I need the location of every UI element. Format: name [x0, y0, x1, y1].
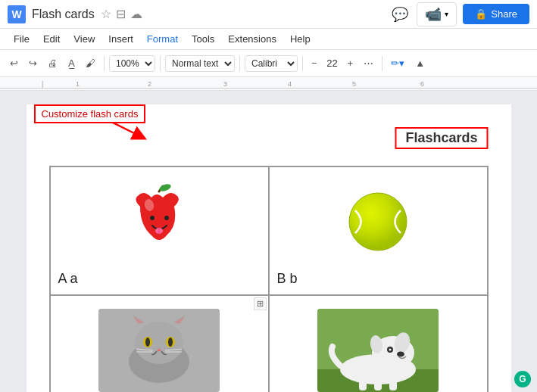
folder-icon[interactable]: ⊟	[116, 7, 126, 21]
star-icon[interactable]: ☆	[101, 7, 111, 21]
card-a-image	[58, 175, 261, 268]
svg-rect-36	[374, 378, 382, 390]
card-b: B b	[269, 166, 488, 295]
font-select[interactable]: Calibri	[245, 55, 298, 72]
more-formatting-button[interactable]: ⋯	[360, 55, 377, 71]
edit-icon-area[interactable]: ⊞	[254, 297, 267, 310]
zoom-select[interactable]: 100%	[109, 55, 155, 72]
card-d-image	[277, 303, 479, 392]
menu-bar: File Edit View Insert Format Tools Exten…	[0, 29, 537, 50]
annotation-box: Customize flash cards	[34, 104, 146, 123]
menu-tools[interactable]: Tools	[186, 31, 220, 47]
svg-point-34	[397, 351, 404, 356]
collapse-toolbar-button[interactable]: ▲	[411, 55, 429, 71]
svg-point-33	[389, 348, 392, 350]
menu-edit[interactable]: Edit	[37, 31, 66, 47]
font-size-display: 22	[324, 58, 341, 69]
document-title: Flash cards	[32, 8, 95, 21]
toolbar-right: 💬 📹 ▾ 🔒 Share	[389, 2, 529, 26]
card-c-image	[58, 303, 261, 392]
menu-help[interactable]: Help	[284, 31, 317, 47]
ruler: | 1 2 3 4 5 6	[0, 77, 537, 91]
print-button[interactable]: 🖨	[44, 55, 61, 71]
menu-extensions[interactable]: Extensions	[222, 31, 283, 47]
share-button[interactable]: 🔒 Share	[463, 4, 529, 24]
google-docs-icon: W	[8, 5, 26, 23]
edit-pencil-button[interactable]: ✏▾	[387, 55, 408, 71]
svg-point-12	[135, 322, 183, 364]
card-b-label: B b	[277, 271, 479, 287]
dog-svg	[317, 309, 439, 392]
grammarly-button[interactable]: G	[514, 371, 531, 387]
svg-point-19	[145, 338, 150, 347]
paint-format-button[interactable]: 🖌	[82, 55, 99, 71]
font-size-increase-button[interactable]: +	[344, 55, 357, 71]
meet-chevron: ▾	[445, 10, 448, 18]
cat-photo	[98, 309, 220, 392]
font-size-decrease-button[interactable]: −	[308, 55, 321, 71]
annotation-text: Customize flash cards	[42, 108, 139, 120]
card-a-label: A a	[58, 271, 261, 287]
comment-button[interactable]: 💬	[389, 4, 411, 25]
title-icons: ☆ ⊟ ☁	[101, 7, 142, 21]
menu-view[interactable]: View	[67, 31, 101, 47]
cloud-icon[interactable]: ☁	[130, 7, 142, 21]
style-select[interactable]: Normal text	[165, 55, 235, 72]
svg-rect-37	[389, 377, 397, 390]
menu-file[interactable]: File	[8, 31, 36, 47]
separator-2	[160, 56, 161, 71]
card-d: D d	[269, 295, 488, 392]
svg-point-20	[168, 338, 173, 347]
meet-icon: 📹	[425, 6, 442, 23]
separator-5	[382, 56, 382, 71]
cat-svg	[98, 309, 220, 392]
toolbar: ↩ ↪ 🖨 A̲ 🖌 100% Normal text Calibri − 22…	[0, 50, 537, 77]
share-label: Share	[491, 8, 517, 20]
separator-3	[239, 56, 240, 71]
ruler-content: | 1 2 3 4 5 6	[0, 77, 537, 90]
meet-button[interactable]: 📹 ▾	[417, 2, 457, 26]
title-bar: W Flash cards ☆ ⊟ ☁ 💬 📹 ▾ 🔒 Share	[0, 0, 537, 29]
tennis-ball-icon	[344, 188, 412, 256]
card-c: ⊞	[50, 295, 269, 392]
doc-page: Flashcards	[27, 104, 511, 392]
document-area: Customize flash cards Flashcards	[0, 91, 537, 392]
zoom-selector[interactable]: 100%	[109, 55, 155, 72]
separator-1	[104, 56, 105, 71]
lock-icon: 🔒	[475, 8, 487, 20]
spellcheck-button[interactable]: A̲	[64, 55, 79, 71]
svg-rect-35	[359, 377, 367, 390]
flashcards-title: Flashcards	[395, 127, 488, 149]
menu-insert[interactable]: Insert	[102, 31, 139, 47]
card-a: A a	[50, 166, 269, 295]
undo-button[interactable]: ↩	[6, 55, 22, 71]
dog-photo	[317, 309, 439, 392]
separator-4	[302, 56, 303, 71]
redo-button[interactable]: ↪	[25, 55, 41, 71]
card-b-image	[277, 175, 479, 268]
svg-point-4	[150, 216, 155, 220]
apple-icon	[125, 184, 193, 260]
cards-grid: A a	[49, 166, 489, 392]
svg-point-5	[164, 216, 169, 220]
menu-format[interactable]: Format	[141, 31, 184, 47]
